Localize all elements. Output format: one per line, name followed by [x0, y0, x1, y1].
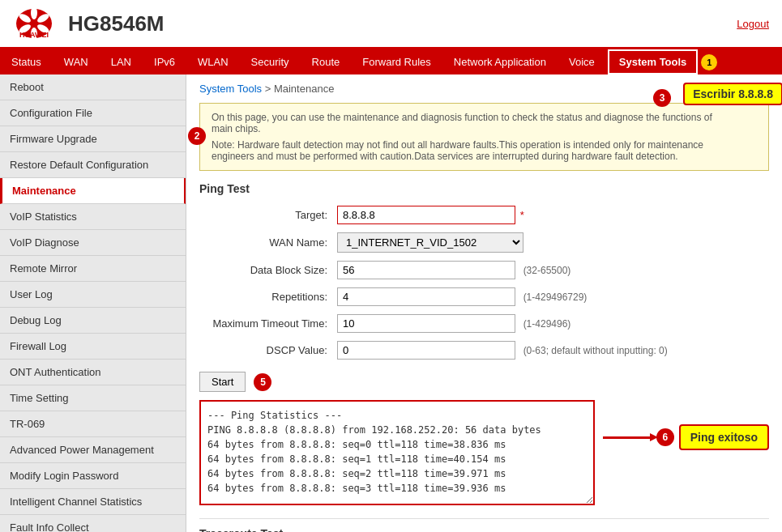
- nav-item-status[interactable]: Status: [0, 49, 53, 74]
- form-row-wan: WAN Name: 1_INTERNET_R_VID_1502 2_TR069_…: [199, 228, 668, 257]
- nav-item-forward-rules[interactable]: Forward Rules: [351, 49, 442, 74]
- breadcrumb-separator: >: [265, 83, 274, 95]
- sidebar-item-firewall-log[interactable]: Firewall Log: [0, 334, 186, 360]
- sidebar: Reboot Configuration File Firmware Upgra…: [0, 74, 186, 532]
- repetitions-cell: (1-429496729): [337, 283, 668, 310]
- form-row-target: Target: *: [199, 202, 668, 228]
- form-row-repetitions: Repetitions: (1-429496729): [199, 283, 668, 310]
- content-area: System Tools > Maintenance 2 3 Escribir …: [186, 74, 782, 532]
- wan-label: WAN Name:: [199, 228, 337, 257]
- sidebar-item-firmware-upgrade[interactable]: Firmware Upgrade: [0, 126, 186, 152]
- logout-button[interactable]: Logout: [737, 18, 769, 30]
- ping-form-table: Target: * WAN Name: 1_INTERNET_R_VID_150…: [199, 202, 668, 364]
- target-input[interactable]: [337, 206, 515, 224]
- nav-item-route[interactable]: Route: [301, 49, 352, 74]
- sidebar-item-tr069[interactable]: TR-069: [0, 411, 186, 437]
- dscp-input[interactable]: [337, 341, 515, 360]
- svg-point-1: [31, 6, 37, 19]
- wan-name-select[interactable]: 1_INTERNET_R_VID_1502 2_TR069_R_VID_1500…: [337, 232, 523, 253]
- sidebar-item-fault-info[interactable]: Fault Info Collect: [0, 515, 186, 532]
- sidebar-item-voip-statistics[interactable]: VoIP Statistics: [0, 204, 186, 230]
- block-size-label: Data Block Size:: [199, 257, 337, 283]
- form-row-timeout: Maximum Timeout Time: (1-429496): [199, 310, 668, 337]
- sidebar-item-time-setting[interactable]: Time Setting: [0, 385, 186, 411]
- info-text-1: On this page, you can use the maintenanc…: [212, 112, 728, 134]
- dscp-label: DSCP Value:: [199, 337, 337, 364]
- dscp-hint: (0-63; default without inputting: 0): [523, 345, 668, 356]
- sidebar-item-configuration-file[interactable]: Configuration File: [0, 100, 186, 126]
- model-name: HG8546M: [68, 11, 737, 36]
- main-layout: Reboot Configuration File Firmware Upgra…: [0, 74, 782, 532]
- timeout-cell: (1-429496): [337, 310, 668, 337]
- dscp-cell: (0-63; default without inputting: 0): [337, 337, 668, 364]
- block-size-input[interactable]: [337, 261, 515, 279]
- sidebar-item-ont-authentication[interactable]: ONT Authentication: [0, 360, 186, 385]
- huawei-logo-icon: HUAWEI: [13, 6, 55, 40]
- repetitions-input[interactable]: [337, 287, 515, 306]
- target-value-cell: *: [337, 202, 668, 228]
- start-button[interactable]: Start: [199, 372, 246, 392]
- nav-badge: 1: [701, 54, 717, 70]
- nav-item-network-application[interactable]: Network Application: [442, 49, 558, 74]
- timeout-label: Maximum Timeout Time:: [199, 310, 337, 337]
- annotation-circle-5: 5: [254, 373, 271, 391]
- nav-item-wlan[interactable]: WLAN: [186, 49, 240, 74]
- form-row-dscp: DSCP Value: (0-63; default without input…: [199, 337, 668, 364]
- info-box: 3 Escribir 8.8.8.8 On this page, you can…: [199, 103, 769, 171]
- target-label: Target:: [199, 202, 337, 228]
- ping-test-section: Ping Test Target: * WAN Name: 1_INTERNET…: [199, 182, 769, 505]
- wan-value-cell: 1_INTERNET_R_VID_1502 2_TR069_R_VID_1500…: [337, 228, 668, 257]
- sidebar-item-remote-mirror[interactable]: Remote Mirror: [0, 256, 186, 282]
- sidebar-item-debug-log[interactable]: Debug Log: [0, 308, 186, 334]
- info-text-2: Note: Hardware fault detection may not f…: [212, 139, 728, 162]
- navbar: Status WAN LAN IPv6 WLAN Security Route …: [0, 49, 782, 74]
- header: HUAWEI HG8546M Logout: [0, 0, 782, 49]
- annotation-bubble-6: Ping exitoso: [679, 424, 769, 450]
- nav-item-wan[interactable]: WAN: [53, 49, 100, 74]
- breadcrumb-current: Maintenance: [274, 83, 334, 95]
- nav-item-security[interactable]: Security: [240, 49, 301, 74]
- form-row-block-size: Data Block Size: (32-65500): [199, 257, 668, 283]
- annotation-circle-6: 6: [656, 428, 674, 446]
- timeout-input[interactable]: [337, 314, 515, 333]
- block-size-cell: (32-65500): [337, 257, 668, 283]
- ping-output-area: --- Ping Statistics --- PING 8.8.8.8 (8.…: [199, 400, 769, 505]
- ping-test-title: Ping Test: [199, 182, 769, 195]
- block-size-hint: (32-65500): [523, 265, 571, 276]
- annotation-circle-2: 2: [188, 127, 206, 145]
- logo-area: HUAWEI: [13, 6, 55, 40]
- sidebar-item-maintenance[interactable]: Maintenance: [0, 178, 186, 204]
- repetitions-hint: (1-429496729): [523, 292, 588, 303]
- sidebar-item-advanced-power[interactable]: Advanced Power Management: [0, 437, 186, 463]
- repetitions-label: Repetitions:: [199, 283, 337, 310]
- traceroute-section: Traceroute Test Target: *: [199, 518, 769, 532]
- nav-item-voice[interactable]: Voice: [558, 49, 606, 74]
- nav-item-lan[interactable]: LAN: [100, 49, 143, 74]
- sidebar-item-modify-login[interactable]: Modify Login Password: [0, 463, 186, 489]
- sidebar-item-voip-diagnose[interactable]: VoIP Diagnose: [0, 230, 186, 256]
- sidebar-item-user-log[interactable]: User Log: [0, 282, 186, 308]
- nav-item-system-tools[interactable]: System Tools: [608, 49, 699, 74]
- sidebar-item-restore-default[interactable]: Restore Default Configuration: [0, 152, 186, 178]
- svg-text:HUAWEI: HUAWEI: [19, 31, 49, 39]
- sidebar-item-reboot[interactable]: Reboot: [0, 74, 186, 100]
- breadcrumb-parent[interactable]: System Tools: [199, 83, 262, 95]
- timeout-hint: (1-429496): [523, 318, 571, 330]
- nav-item-ipv6[interactable]: IPv6: [143, 49, 186, 74]
- traceroute-title: Traceroute Test: [199, 527, 769, 532]
- sidebar-item-intelligent-channel[interactable]: Intelligent Channel Statistics: [0, 489, 186, 515]
- ping-output-textarea[interactable]: --- Ping Statistics --- PING 8.8.8.8 (8.…: [199, 400, 595, 505]
